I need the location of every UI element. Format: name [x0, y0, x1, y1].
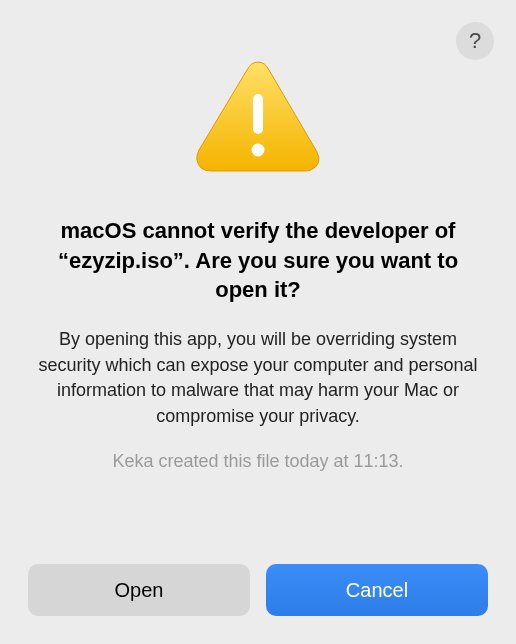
help-button[interactable]: ?	[456, 22, 494, 60]
svg-point-1	[252, 144, 265, 157]
button-row: Open Cancel	[28, 564, 488, 616]
dialog-body: By opening this app, you will be overrid…	[28, 327, 488, 429]
open-button[interactable]: Open	[28, 564, 250, 616]
cancel-button[interactable]: Cancel	[266, 564, 488, 616]
warning-icon	[193, 56, 323, 180]
dialog-heading: macOS cannot verify the developer of “ez…	[28, 216, 488, 305]
gatekeeper-dialog: ? macOS cannot verify the developer of “…	[0, 0, 516, 644]
dialog-meta: Keka created this file today at 11:13.	[112, 451, 403, 472]
svg-rect-0	[253, 94, 263, 134]
open-button-label: Open	[115, 579, 164, 602]
cancel-button-label: Cancel	[346, 579, 408, 602]
help-icon-label: ?	[469, 28, 481, 54]
